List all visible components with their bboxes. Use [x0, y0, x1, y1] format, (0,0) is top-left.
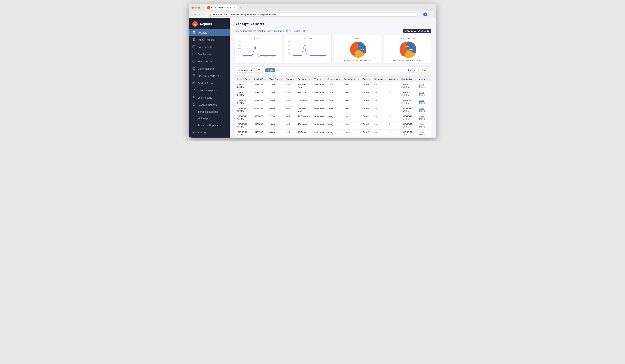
svg-text:4:0...: 4:0... — [321, 56, 324, 57]
new-tab-button[interactable]: + — [239, 5, 243, 9]
legend-cash-dot — [353, 60, 354, 61]
closing-label: Closing Reports (Z) — [197, 75, 219, 77]
sidebar-item-labour[interactable]: Labour Reports — [189, 36, 230, 43]
sidebar-header: Reports — [189, 18, 230, 29]
count-input[interactable] — [254, 68, 264, 72]
delete-link[interactable]: Delete — [419, 94, 425, 96]
menu-icon[interactable]: ⋮ — [429, 13, 431, 16]
view-link[interactable]: View — [419, 115, 424, 118]
address-bar[interactable]: 🔒 https://nae2-web.posios.com/management… — [206, 12, 418, 17]
group-by-select[interactable]: Customer — [237, 68, 253, 73]
user-avatar[interactable]: E — [423, 12, 427, 16]
info-icon: ⓘ — [276, 69, 279, 72]
action-cell: View / Delete — [417, 82, 431, 90]
svg-text:200: 200 — [238, 47, 241, 49]
sidebar-item-ingredient[interactable]: Ingredient Reports — [189, 108, 230, 115]
legend-creditcard-dot — [360, 60, 362, 61]
sidebar-item-closing[interactable]: Closing Reports (Z) — [189, 72, 230, 80]
col-type[interactable]: Type ⇅ — [313, 77, 326, 82]
sidebar-item-category[interactable]: Category Reports — [189, 87, 230, 94]
col-created-on[interactable]: Created On ⇅ — [235, 77, 252, 82]
sidebar-item-day[interactable]: Day Reports — [189, 51, 230, 58]
browser-window: Lightspeed Restaurant × + ← → ↻ 🔒 https:… — [189, 3, 436, 138]
forward-button[interactable]: → — [198, 13, 201, 16]
bookmark-icon[interactable]: ☆ — [420, 13, 422, 16]
legend-amount-interac-dot — [393, 60, 395, 61]
close-button[interactable] — [191, 6, 194, 9]
view-link[interactable]: View — [419, 83, 424, 86]
sidebar-item-revenue[interactable]: ? Revenue Reports — [189, 101, 230, 108]
maximize-button[interactable] — [198, 6, 200, 9]
legend-amount-cash-dot — [403, 60, 404, 61]
apply-button[interactable]: Apply — [265, 68, 275, 72]
delete-link[interactable]: Delete — [419, 110, 425, 112]
col-cust-num[interactable]: #Cust. ⇅ — [387, 77, 400, 82]
next-button[interactable]: Next — [420, 68, 429, 72]
product-icon — [192, 82, 195, 85]
sidebar-item-week[interactable]: Week Reports — [189, 58, 230, 65]
col-customer[interactable]: Customer ⇅ — [372, 77, 387, 82]
table-row: 2018-10-22 3:40 PM1348982233.00paid33/Ca… — [235, 90, 431, 98]
sidebar-item-advanced[interactable]: Advanced Reports — [189, 122, 230, 128]
sidebar-title: Reports — [200, 22, 212, 26]
minimize-button[interactable] — [195, 6, 197, 9]
date-range-badge[interactable]: 2018-10-22 - 2018-10-22 — [403, 29, 431, 33]
svg-text:4:0...: 4:0... — [272, 56, 274, 57]
receipts-chart-area: 10.0 7.5 5.0 2.5 0.0 12:. — [287, 41, 329, 57]
svg-text:37.5%: 37.5% — [355, 46, 360, 47]
svg-text:7.5: 7.5 — [288, 45, 290, 47]
col-created-by[interactable]: Created by ⇅ — [326, 77, 342, 82]
product-label: Product Reports — [197, 82, 215, 85]
col-modified-on[interactable]: Modified On ⇅ — [400, 77, 417, 82]
active-tab[interactable]: Lightspeed Restaurant × — [205, 5, 238, 10]
sidebar-item-user[interactable]: User Reports — [189, 94, 230, 101]
summary-pdf-link[interactable]: Summary PDF — [274, 30, 289, 32]
view-link[interactable]: View — [419, 91, 424, 94]
user-icon — [192, 96, 195, 99]
previous-button[interactable]: Previous — [406, 68, 419, 72]
hour-icon — [192, 45, 195, 49]
view-link[interactable]: View — [419, 131, 424, 133]
back-button[interactable]: ← — [194, 13, 196, 16]
payment-pie-container: 37.5% 37.5% 25% Interac Cash — [337, 41, 379, 61]
view-link[interactable]: View — [419, 99, 424, 102]
svg-text:8:0...: 8:0... — [308, 56, 310, 57]
revenue-chart-title: Revenue — [237, 37, 279, 39]
view-link[interactable]: View — [419, 123, 424, 125]
delete-link[interactable]: Delete — [419, 102, 425, 104]
detailed-pdf-link[interactable]: Detailed PDF — [292, 30, 306, 32]
shift-label: Shift Reports — [197, 117, 212, 120]
table-row: 2018-10-22 3:34 PM1348959643.00paid43/Ca… — [235, 130, 431, 138]
sidebar-item-month[interactable]: Month Reports — [189, 65, 230, 72]
col-payments[interactable]: Payments ⇅ — [296, 77, 313, 82]
delete-link[interactable]: Delete — [419, 125, 425, 128]
svg-text:37.5%: 37.5% — [360, 48, 364, 50]
col-receipt-id[interactable]: Receipt ID ⇅ — [252, 77, 268, 82]
sidebar-item-shift[interactable]: Shift Reports — [189, 115, 230, 122]
action-sep: / — [424, 131, 425, 133]
sidebar-item-receipts[interactable]: Receipts — [189, 29, 230, 36]
action-cell: View / Delete — [417, 90, 431, 98]
col-status[interactable]: Status ⇅ — [284, 77, 296, 82]
delete-link[interactable]: Delete — [419, 86, 425, 88]
store-icon: M — [192, 131, 195, 134]
svg-text:5.0: 5.0 — [288, 49, 290, 51]
app-container: Reports Receipts Labour Reports — [189, 18, 436, 138]
col-table[interactable]: Table ⇅ — [361, 77, 372, 82]
tab-close-button[interactable]: × — [234, 7, 235, 9]
advanced-label: Advanced Reports — [197, 124, 218, 127]
delete-link[interactable]: Delete — [419, 118, 425, 120]
revenue-line-chart: 400 300 200 100 0 12:... — [237, 41, 279, 57]
sidebar-item-hour[interactable]: Hour Reports — [189, 43, 230, 51]
delete-link[interactable]: Delete — [419, 133, 425, 136]
month-label: Month Reports — [197, 67, 214, 70]
col-payments-by[interactable]: Payments by ⇅ — [342, 77, 361, 82]
sidebar-item-product[interactable]: Product Reports — [189, 80, 230, 87]
view-link[interactable]: View — [419, 107, 424, 110]
reload-button[interactable]: ↻ — [202, 13, 205, 16]
legend-interac: Interac — [344, 60, 351, 61]
receipts-chart-title: Receipts — [287, 37, 329, 39]
col-total-price[interactable]: Total Price ⇅ — [268, 77, 284, 82]
sidebar-footer — [189, 136, 230, 138]
print-bar: Print or download the report for today: … — [235, 29, 431, 33]
